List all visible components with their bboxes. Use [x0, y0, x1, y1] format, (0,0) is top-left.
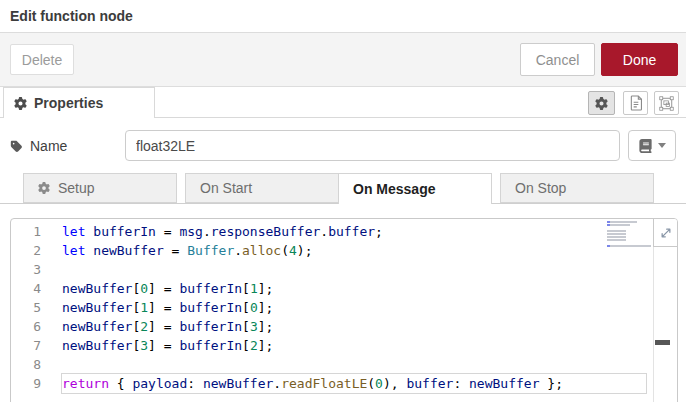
tab-setup[interactable]: Setup [23, 173, 177, 203]
cancel-button[interactable]: Cancel [520, 43, 595, 76]
code-token: newBuffer [93, 243, 163, 258]
code-token: buffer [406, 376, 453, 391]
code-token: . [234, 243, 242, 258]
code-line[interactable]: let newBuffer = Buffer.alloc(4); [62, 241, 646, 260]
tab-label: On Stop [515, 180, 566, 196]
line-number: 5 [11, 298, 41, 317]
name-form-row: Name [0, 118, 686, 173]
name-label-text: Name [30, 138, 67, 154]
expand-icon [660, 227, 672, 239]
code-token: ] = [148, 281, 179, 296]
dialog-toolbar: Delete Cancel Done [0, 33, 686, 87]
code-token: : [187, 376, 203, 391]
code-token: alloc [242, 243, 281, 258]
expand-button[interactable] [653, 219, 677, 247]
gear-icon [14, 97, 27, 110]
code-token: bufferIn [179, 300, 242, 315]
code-token: 0 [140, 281, 148, 296]
code-token: ] = [148, 338, 179, 353]
delete-button[interactable]: Delete [10, 44, 74, 75]
properties-icon-button[interactable] [588, 91, 615, 115]
minimap[interactable] [607, 221, 651, 247]
code-token: newBuffer [62, 300, 132, 315]
code-token: ]; [258, 281, 274, 296]
code-line[interactable]: newBuffer[2] = bufferIn[3]; [62, 317, 646, 336]
tab-on-start[interactable]: On Start [185, 173, 339, 203]
code-token: newBuffer [62, 338, 132, 353]
minimap-row [607, 221, 637, 223]
name-input[interactable] [125, 130, 620, 161]
code-token: msg [179, 224, 202, 239]
code-token: ]; [258, 300, 274, 315]
code-token: 1 [140, 300, 148, 315]
code-token: let [62, 243, 85, 258]
gear-icon [38, 182, 50, 194]
edit-function-dialog: Edit function node Delete Cancel Done Pr… [0, 0, 686, 402]
code-line[interactable] [62, 355, 646, 374]
code-content[interactable]: let bufferIn = msg.responseBuffer.buffer… [62, 222, 646, 393]
done-button[interactable]: Done [601, 43, 678, 76]
book-icon [639, 139, 652, 153]
code-editor[interactable]: 123456789 let bufferIn = msg.responseBuf… [10, 218, 678, 402]
code-token: 3 [250, 319, 258, 334]
properties-tab[interactable]: Properties [3, 87, 155, 118]
tab-on-message[interactable]: On Message [338, 173, 492, 204]
document-icon [629, 95, 643, 111]
code-token: let [62, 224, 85, 239]
line-number: 2 [11, 241, 41, 260]
code-token: bufferIn [179, 319, 242, 334]
scrollbar-marker [655, 340, 670, 345]
code-token: ] = [148, 300, 179, 315]
code-token: 4 [289, 243, 297, 258]
name-label: Name [10, 138, 67, 154]
minimap-row [607, 245, 651, 247]
code-token: 2 [140, 319, 148, 334]
appearance-icon-button[interactable] [654, 91, 679, 115]
minimap-row [607, 230, 626, 232]
gear-icon [595, 97, 608, 110]
description-icon-button[interactable] [623, 91, 648, 115]
code-token: . [320, 224, 328, 239]
code-token: Buffer [187, 243, 234, 258]
code-token: = [164, 243, 187, 258]
code-token: ( [367, 376, 375, 391]
code-line[interactable]: newBuffer[1] = bufferIn[0]; [62, 298, 646, 317]
line-number: 8 [11, 355, 41, 374]
code-line[interactable] [62, 260, 646, 279]
properties-tab-label: Properties [34, 95, 103, 111]
code-line[interactable]: newBuffer[3] = bufferIn[2]; [62, 336, 646, 355]
code-token: buffer [328, 224, 375, 239]
code-token: ( [281, 243, 289, 258]
code-token: }; [540, 376, 563, 391]
function-tabs: SetupOn StartOn MessageOn Stop [0, 173, 686, 204]
line-number: 6 [11, 317, 41, 336]
library-button[interactable] [628, 130, 676, 161]
minimap-row [607, 224, 630, 226]
code-token: [ [242, 281, 250, 296]
code-line[interactable]: let bufferIn = msg.responseBuffer.buffer… [62, 222, 646, 241]
code-token: 0 [375, 376, 383, 391]
line-numbers[interactable]: 123456789 [11, 222, 41, 393]
tag-icon [10, 140, 23, 153]
code-token: 0 [250, 300, 258, 315]
code-token: readFloatLE [281, 376, 367, 391]
line-number: 1 [11, 222, 41, 241]
code-token: { [109, 376, 132, 391]
code-token: return [62, 376, 109, 391]
code-token: 2 [250, 338, 258, 353]
tab-label: On Start [200, 180, 252, 196]
tab-on-stop[interactable]: On Stop [500, 173, 654, 203]
code-token: 3 [140, 338, 148, 353]
code-token: ]; [258, 319, 274, 334]
code-token: [ [242, 338, 250, 353]
code-line[interactable]: return { payload: newBuffer.readFloatLE(… [62, 374, 646, 393]
code-token: ] = [148, 319, 179, 334]
line-number: 4 [11, 279, 41, 298]
minimap-row [607, 233, 626, 235]
code-token: ]; [258, 338, 274, 353]
code-line[interactable]: newBuffer[0] = bufferIn[1]; [62, 279, 646, 298]
line-number: 3 [11, 260, 41, 279]
code-token: bufferIn [93, 224, 156, 239]
code-token: newBuffer [62, 319, 132, 334]
code-token: newBuffer [203, 376, 273, 391]
